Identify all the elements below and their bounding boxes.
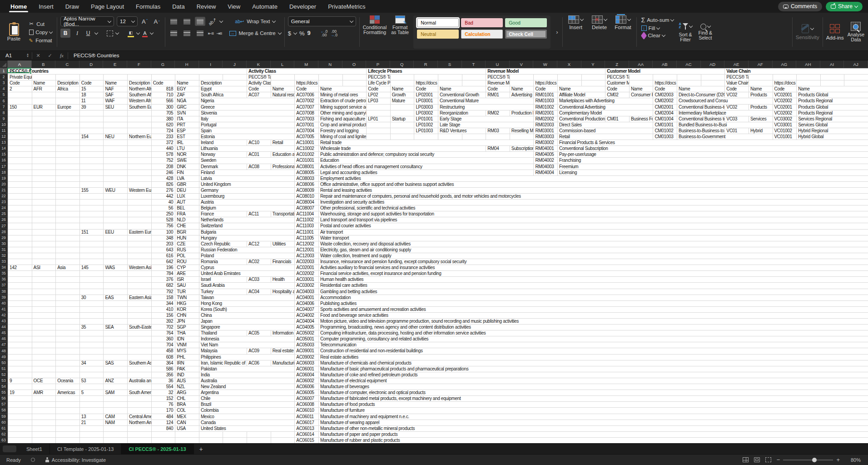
sheet-list-button[interactable] xyxy=(3,445,16,452)
cell-E53[interactable]: ANZ xyxy=(104,378,127,384)
cell-M13[interactable]: AC10001 xyxy=(295,140,318,145)
cell-H48[interactable]: MYS xyxy=(175,348,199,354)
cell-N20[interactable]: Office administrative, office support an… xyxy=(319,182,868,187)
cell-G61[interactable]: 840 xyxy=(152,426,175,431)
cell-N6[interactable]: Extraction of crude petroleum and natura… xyxy=(319,98,366,104)
cell-R8[interactable]: LP03002 xyxy=(414,110,438,116)
borders-icon[interactable] xyxy=(107,30,113,36)
cell-I57[interactable]: Brazil xyxy=(199,402,294,407)
cell-G44[interactable]: 702 xyxy=(152,325,175,330)
cell-style-check-cell[interactable]: Check Cell xyxy=(505,30,547,39)
align-left-button[interactable] xyxy=(169,29,179,38)
cell-M12[interactable]: AC07005 xyxy=(295,134,318,140)
cell-S4[interactable]: Name xyxy=(438,86,486,92)
cell-G26[interactable]: 528 xyxy=(152,217,175,223)
cell-A55[interactable]: 19 xyxy=(8,390,32,395)
cell-M34[interactable]: AC02001 xyxy=(295,265,318,270)
cell-AE3[interactable]: Value Chain xyxy=(725,80,749,86)
cell-N29[interactable]: Water transport xyxy=(319,235,868,241)
cell-I14[interactable]: Lithuania xyxy=(199,146,294,151)
cell-I30[interactable]: Czech Republic xyxy=(199,241,247,247)
cell-H51[interactable]: PAK xyxy=(175,366,199,372)
cell-H23[interactable]: AUT xyxy=(175,200,199,205)
cell-K15[interactable]: AC01 xyxy=(247,152,271,157)
cell-S9[interactable]: Early Stage xyxy=(438,116,533,122)
find-select-button[interactable]: Find &Select xyxy=(699,15,712,49)
cell-N18[interactable]: Legal and accounting activities xyxy=(319,170,534,175)
cell-N53[interactable]: Manufacture of electrical equipment xyxy=(319,378,868,384)
cell-H14[interactable]: LTU xyxy=(175,146,199,151)
cell-I53[interactable]: Australia xyxy=(199,378,294,384)
zoom-in-button[interactable]: + xyxy=(836,456,840,463)
cell-AG10[interactable]: VC03001 xyxy=(773,122,797,128)
cell-N7[interactable]: Mining support service activities xyxy=(319,105,366,110)
cell-L30[interactable]: Utilities xyxy=(271,241,295,247)
cell-I26[interactable]: Netherlands xyxy=(199,217,294,223)
cell-AE2[interactable]: PECCS® Taxonomy xyxy=(725,75,749,80)
styles-gallery-next-button[interactable]: › xyxy=(555,29,559,35)
cell-X12[interactable]: Retail xyxy=(558,134,653,140)
cell-M19[interactable]: AC08003 xyxy=(295,176,318,181)
cell-N12[interactable]: Mining of coal and lignite xyxy=(319,134,366,140)
cell-AB11[interactable]: CM01002 xyxy=(654,128,677,134)
cell-M56[interactable]: AC06007 xyxy=(295,396,318,401)
cell-N50[interactable]: Manufacture of chemicals and chemical pr… xyxy=(319,360,868,366)
cell-D7[interactable]: 39 xyxy=(80,105,104,110)
cell-B34[interactable]: ASI xyxy=(32,265,56,270)
cell-D4[interactable]: 15 xyxy=(80,86,104,92)
row-header-41[interactable]: 41 xyxy=(0,306,8,312)
cell-V5[interactable]: Advertising Model xyxy=(510,92,534,98)
cell-U8[interactable]: RM02 xyxy=(486,110,510,116)
cell-D21[interactable]: 155 xyxy=(80,188,104,193)
cell-AG5[interactable]: VC02001 xyxy=(773,92,797,98)
cell-M61[interactable]: AC06013 xyxy=(295,426,318,431)
cell-H49[interactable]: PHL xyxy=(175,355,199,360)
cell-H15[interactable]: NOR xyxy=(175,152,199,157)
sort-filter-button[interactable]: AZ Sort &Filter xyxy=(679,15,692,49)
cell-AH6[interactable]: Products Regional xyxy=(797,98,868,104)
cell-N62[interactable]: Manufacture of paper and paper products xyxy=(319,432,868,437)
cell-S6[interactable]: Conventional Mature xyxy=(438,98,533,104)
ribbon-tab-page-layout[interactable]: Page Layout xyxy=(85,0,130,13)
row-header-26[interactable]: 26 xyxy=(0,217,8,223)
cell-AB3[interactable]: https://docs xyxy=(654,80,677,86)
cell-I20[interactable]: United Kingdom xyxy=(199,182,294,187)
cell-G5[interactable]: 710 xyxy=(152,92,175,98)
row-header-15[interactable]: 15 xyxy=(0,151,8,157)
column-header-J[interactable]: J xyxy=(223,60,247,68)
cell-G49[interactable]: 608 xyxy=(152,355,175,360)
cell-AH7[interactable]: Products Global xyxy=(797,105,868,110)
row-headers[interactable]: 1234567891011121314151617181920212223242… xyxy=(0,68,8,443)
sheet-tab-ci-template-2025-01-13[interactable]: CI Template - 2025-01-13 xyxy=(50,444,122,454)
row-header-51[interactable]: 51 xyxy=(0,366,8,372)
column-header-AH[interactable]: AH xyxy=(796,60,820,68)
increase-font-size-button[interactable]: A⌃ xyxy=(140,18,150,25)
cell-W7[interactable]: RM01002 xyxy=(534,105,557,110)
cell-E12[interactable]: NEU xyxy=(104,134,127,140)
cell-G48[interactable]: 458 xyxy=(152,348,175,354)
cell-H35[interactable]: ARE xyxy=(175,271,199,276)
cell-AE1[interactable]: Value Chain xyxy=(725,69,868,74)
cell-A53[interactable]: 9 xyxy=(8,378,32,384)
cell-K2[interactable]: PECCS® Taxonomy xyxy=(247,75,271,80)
cell-W11[interactable]: RM03001 xyxy=(534,128,557,134)
row-header-54[interactable]: 54 xyxy=(0,384,8,390)
row-header-4[interactable]: 4 xyxy=(0,86,8,92)
cell-E59[interactable]: CAM xyxy=(104,414,127,420)
column-header-B[interactable]: B xyxy=(32,60,56,68)
cell-L36[interactable]: Health xyxy=(271,277,295,282)
decrease-indent-button[interactable]: ⇤≡ xyxy=(208,31,213,36)
cell-Q9[interactable]: Startup xyxy=(391,116,414,122)
column-header-AD[interactable]: AD xyxy=(701,60,725,68)
cell-M24[interactable]: AC08007 xyxy=(295,205,318,211)
cell-I31[interactable]: Russian Federation xyxy=(199,247,294,253)
cell-H5[interactable]: ZAF xyxy=(175,92,199,98)
row-header-16[interactable]: 16 xyxy=(0,157,8,163)
cell-G36[interactable]: 376 xyxy=(152,277,175,282)
cell-E34[interactable]: WAS xyxy=(104,265,127,270)
cell-N30[interactable]: Waste collection, recovery and disposal … xyxy=(319,241,868,247)
cell-N8[interactable]: Other mining and quarrying xyxy=(319,110,366,116)
cell-C53[interactable]: Oceania xyxy=(56,378,79,384)
cell-U1[interactable]: Revenue Model xyxy=(486,69,605,74)
cell-K4[interactable]: Code xyxy=(247,86,271,92)
